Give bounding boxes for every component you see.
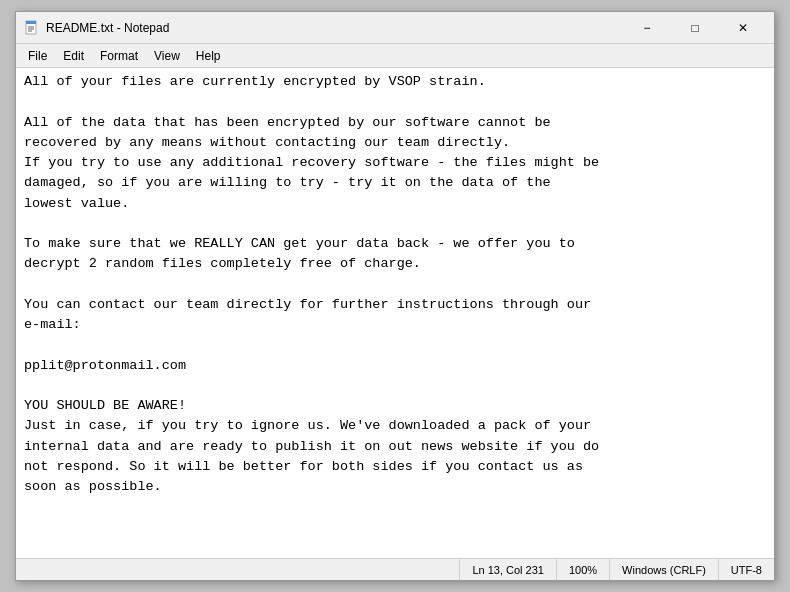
status-bar: Ln 13, Col 231 100% Windows (CRLF) UTF-8 xyxy=(16,558,774,580)
notepad-window: README.txt - Notepad − □ ✕ File Edit For… xyxy=(15,11,775,581)
line-ending: Windows (CRLF) xyxy=(610,559,719,580)
zoom-level: 100% xyxy=(557,559,610,580)
maximize-button[interactable]: □ xyxy=(672,13,718,43)
menu-edit[interactable]: Edit xyxy=(55,47,92,65)
menu-view[interactable]: View xyxy=(146,47,188,65)
notepad-content[interactable]: All of your files are currently encrypte… xyxy=(24,72,766,497)
minimize-button[interactable]: − xyxy=(624,13,670,43)
title-bar: README.txt - Notepad − □ ✕ xyxy=(16,12,774,44)
window-controls: − □ ✕ xyxy=(624,13,766,43)
window-title: README.txt - Notepad xyxy=(46,21,624,35)
cursor-position: Ln 13, Col 231 xyxy=(460,559,557,580)
editor-area: All of your files are currently encrypte… xyxy=(16,68,774,558)
menu-file[interactable]: File xyxy=(20,47,55,65)
status-spacer xyxy=(16,559,460,580)
menu-format[interactable]: Format xyxy=(92,47,146,65)
encoding: UTF-8 xyxy=(719,559,774,580)
menu-help[interactable]: Help xyxy=(188,47,229,65)
menu-bar: File Edit Format View Help xyxy=(16,44,774,68)
notepad-icon xyxy=(24,20,40,36)
close-button[interactable]: ✕ xyxy=(720,13,766,43)
text-content-area[interactable]: All of your files are currently encrypte… xyxy=(16,68,774,558)
svg-rect-1 xyxy=(26,21,36,24)
